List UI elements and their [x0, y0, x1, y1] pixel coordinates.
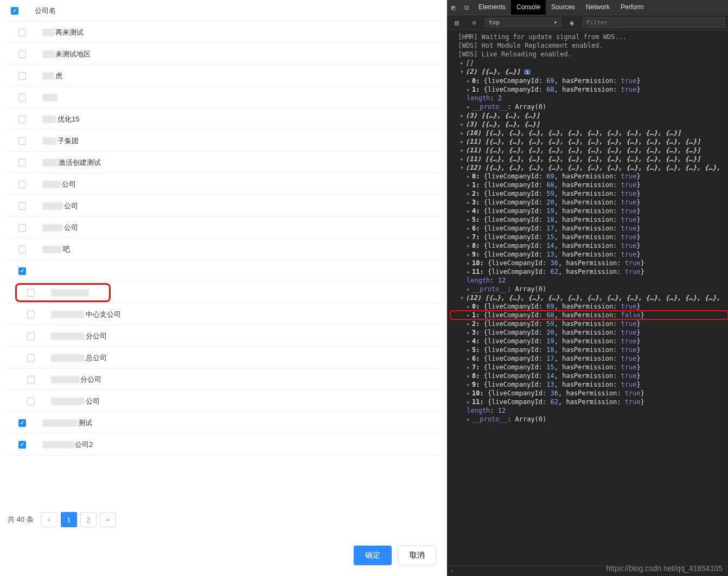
- list-area: 公司名 再来测试来测试地区虎优化15子集团激活创建测试公司公司公司吧中心支公司分…: [5, 0, 442, 504]
- tab-network[interactable]: Network: [580, 0, 615, 15]
- list-item: 公司2: [5, 434, 442, 456]
- row-checkbox[interactable]: [27, 311, 35, 318]
- ok-button[interactable]: 确定: [354, 546, 392, 565]
- tab-sources[interactable]: Sources: [546, 0, 580, 15]
- console-output[interactable]: [HMR] Waiting for update signal from WDS…: [447, 30, 728, 566]
- list-item: [5, 260, 442, 282]
- list-item: 分公司: [5, 325, 442, 347]
- pagination-page-2[interactable]: 2: [80, 512, 97, 527]
- context-selector[interactable]: top▾: [485, 18, 561, 27]
- row-label: 优化15: [42, 114, 79, 124]
- row-label: 激活创建测试: [42, 158, 101, 168]
- list-item: 激活创建测试: [5, 152, 442, 174]
- row-label: 分公司: [51, 375, 101, 385]
- select-all-checkbox[interactable]: [11, 7, 18, 15]
- row-label: 再来测试: [42, 28, 84, 37]
- row-checkbox[interactable]: [18, 72, 26, 80]
- list-item: 公司: [5, 195, 442, 217]
- row-label: 中心支公司: [51, 310, 121, 319]
- pagination-prev[interactable]: <: [41, 512, 58, 527]
- devtools-panel: ◩ ⧉ Elements Console Sources Network Per…: [447, 0, 728, 576]
- list-item: [5, 282, 442, 304]
- list-item: 总公司: [5, 347, 442, 369]
- row-label: [42, 94, 59, 101]
- list-item: 公司: [5, 217, 442, 239]
- company-list-panel: 公司名 再来测试来测试地区虎优化15子集团激活创建测试公司公司公司吧中心支公司分…: [0, 0, 447, 576]
- list-item: 分公司: [5, 369, 442, 391]
- cancel-button[interactable]: 取消: [398, 546, 436, 565]
- row-checkbox[interactable]: [27, 332, 35, 340]
- row-checkbox[interactable]: [18, 224, 26, 232]
- row-label: 公司: [42, 223, 78, 233]
- row-checkbox[interactable]: [18, 29, 26, 36]
- row-label: 子集团: [42, 136, 79, 146]
- row-checkbox[interactable]: [18, 50, 26, 58]
- devtools-tabs: ◩ ⧉ Elements Console Sources Network Per…: [447, 0, 728, 15]
- list-item: 公司: [5, 391, 442, 412]
- list-header-row: 公司名: [5, 0, 442, 22]
- row-label: [51, 289, 90, 297]
- clear-console-icon[interactable]: ⊘: [468, 19, 481, 27]
- row-label: 公司: [51, 396, 100, 406]
- row-checkbox[interactable]: [18, 94, 26, 101]
- list-item: 吧: [5, 239, 442, 260]
- row-checkbox[interactable]: [18, 267, 26, 275]
- pagination-page-1[interactable]: 1: [61, 512, 77, 527]
- row-label: 公司: [42, 180, 76, 189]
- inspect-icon[interactable]: ◩: [447, 0, 460, 15]
- column-header: 公司名: [35, 6, 56, 16]
- row-checkbox[interactable]: [27, 354, 35, 362]
- row-label: 虎: [42, 71, 62, 81]
- list-item: 中心支公司: [5, 304, 442, 325]
- row-checkbox[interactable]: [18, 202, 26, 210]
- list-item: 测试: [5, 412, 442, 434]
- list-item: 再来测试: [5, 22, 442, 43]
- list-item: 公司: [5, 174, 442, 195]
- sidebar-toggle-icon[interactable]: ▤: [450, 19, 463, 27]
- list-item: [5, 87, 442, 108]
- row-label: 公司: [42, 201, 78, 211]
- pagination-total: 共 40 条: [8, 515, 34, 524]
- list-item: 虎: [5, 65, 442, 87]
- row-checkbox[interactable]: [18, 137, 26, 145]
- row-checkbox[interactable]: [27, 376, 35, 383]
- list-item: 子集团: [5, 130, 442, 152]
- filter-input[interactable]: Filter: [583, 17, 725, 28]
- row-label: 公司2: [42, 440, 93, 450]
- list-item: 来测试地区: [5, 43, 442, 65]
- device-icon[interactable]: ⧉: [460, 0, 473, 15]
- row-checkbox[interactable]: [18, 181, 26, 188]
- row-label: 来测试地区: [42, 49, 91, 59]
- tab-performance[interactable]: Perform: [615, 0, 649, 15]
- pagination: 共 40 条 < 1 2 >: [5, 504, 442, 535]
- watermark: https://blog.csdn.net/qq_41654105: [606, 564, 723, 573]
- row-label: 吧: [42, 245, 70, 254]
- row-checkbox[interactable]: [27, 289, 35, 297]
- row-checkbox[interactable]: [27, 398, 35, 405]
- row-checkbox[interactable]: [18, 441, 26, 449]
- tab-elements[interactable]: Elements: [473, 0, 511, 15]
- console-toolbar: ▤ ⊘ top▾ ◉ Filter: [447, 15, 728, 30]
- list-item: 优化15: [5, 108, 442, 130]
- row-checkbox[interactable]: [18, 116, 26, 123]
- row-checkbox[interactable]: [18, 419, 26, 427]
- row-label: 测试: [42, 418, 92, 428]
- row-label: 分公司: [51, 331, 107, 341]
- dialog-footer: 确定 取消: [5, 535, 442, 571]
- pagination-next[interactable]: >: [100, 512, 116, 527]
- row-checkbox[interactable]: [18, 159, 26, 167]
- row-checkbox[interactable]: [18, 246, 26, 253]
- row-label: 总公司: [51, 353, 107, 363]
- eye-icon[interactable]: ◉: [565, 19, 578, 27]
- tab-console[interactable]: Console: [511, 0, 546, 15]
